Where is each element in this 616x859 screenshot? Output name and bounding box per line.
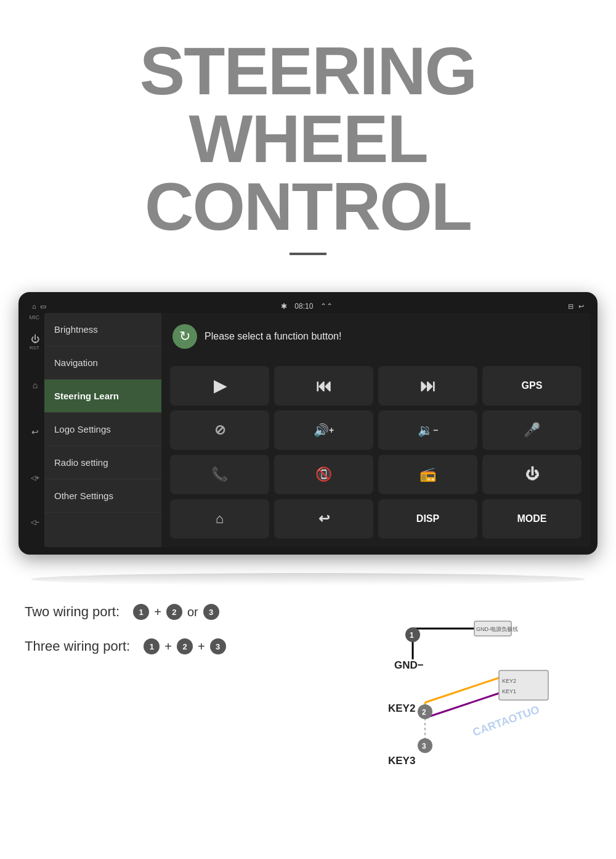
status-bar-left: ⌂ ▭ <box>32 303 46 311</box>
side-controls: MIC RST ⏻ ⌂ ↩ ◁+ ◁− <box>26 313 44 547</box>
bluetooth-icon: ✱ <box>281 302 287 311</box>
three-port-wiring: Three wiring port: 1 + 2 + 3 <box>25 638 363 654</box>
vol-down-side-btn[interactable]: ◁− <box>29 516 41 528</box>
content-header-text: Please select a function button! <box>205 331 341 342</box>
mode-button[interactable]: MODE <box>482 499 582 539</box>
mode-label: MODE <box>517 513 547 524</box>
or-text: or <box>187 605 198 619</box>
back-content-button[interactable]: ↩ <box>274 499 373 539</box>
svg-line-9 <box>425 693 499 718</box>
circle-2-two: 2 <box>166 604 182 620</box>
back-side-btn[interactable]: ↩ <box>30 425 41 439</box>
menu-item-logo-settings[interactable]: Logo Settings <box>44 413 161 446</box>
two-port-wiring: Two wiring port: 1 + 2 or 3 <box>25 604 363 620</box>
svg-line-7 <box>425 678 499 702</box>
home-side-btn[interactable]: ⌂ <box>31 378 39 392</box>
signal-icon: ⌃⌃ <box>320 302 333 311</box>
clock-display: 08:10 <box>294 302 313 311</box>
plus-3: + <box>198 640 205 654</box>
three-port-label: Three wiring port: <box>25 638 130 654</box>
back-content-icon: ↩ <box>318 511 330 527</box>
vol-up-icon: 🔊 <box>314 423 329 438</box>
screen: Brightness Navigation Steering Learn Log… <box>44 313 590 547</box>
home-icon: ⌂ <box>32 303 36 310</box>
refresh-button[interactable]: ↻ <box>172 324 197 349</box>
device-wrapper: ⌂ ▭ ✱ 08:10 ⌃⌃ ⊟ ↩ MIC RST ⏻ ⌂ ↩ ◁+ ◁− <box>18 292 598 555</box>
radio-icon: 📻 <box>419 466 436 482</box>
next-icon: ⏭ <box>420 377 436 396</box>
plus-2: + <box>164 640 172 654</box>
back-icon: ↩ <box>578 303 584 311</box>
phone-icon: 📞 <box>211 466 228 482</box>
menu-item-radio-setting[interactable]: Radio setting <box>44 446 161 479</box>
svg-text:3: 3 <box>422 742 426 751</box>
window-icon: ⊟ <box>568 303 573 311</box>
mic-button[interactable]: 🎤 <box>482 410 582 450</box>
svg-rect-11 <box>499 670 548 700</box>
menu-item-other-settings[interactable]: Other Settings <box>44 479 161 513</box>
svg-text:KEY1: KEY1 <box>502 688 516 694</box>
menu-item-brightness[interactable]: Brightness <box>44 313 161 346</box>
content-header: ↻ Please select a function button! <box>168 319 584 354</box>
main-title: STEERING WHEEL CONTROL <box>25 37 591 240</box>
circle-3-three: 3 <box>210 638 226 654</box>
info-section: Two wiring port: 1 + 2 or 3 Three wiring… <box>0 585 616 797</box>
vol-down-icon: 🔉 <box>418 423 433 438</box>
home-content-icon: ⌂ <box>216 511 224 527</box>
mic-label: MIC <box>30 314 40 320</box>
wiring-diagram: GND-电源负极线 1 GND− KEY2 KEY1 2 3 KEY2 <box>376 604 591 779</box>
disp-button[interactable]: DISP <box>378 499 477 539</box>
svg-text:1: 1 <box>410 631 414 640</box>
vol-down-button[interactable]: 🔉− <box>378 410 477 450</box>
window-icon-left: ▭ <box>40 303 46 311</box>
power-side-btn[interactable]: ⏻ <box>29 332 41 346</box>
phone-button[interactable]: 📞 <box>170 455 269 494</box>
vol-up-side-btn[interactable]: ◁+ <box>29 472 41 484</box>
power-button[interactable]: ⏻ <box>482 455 582 494</box>
screen-content: Brightness Navigation Steering Learn Log… <box>44 313 590 547</box>
circle-1-two: 1 <box>133 604 149 620</box>
home-content-button[interactable]: ⌂ <box>170 499 269 539</box>
wiring-info-left: Two wiring port: 1 + 2 or 3 Three wiring… <box>25 604 363 779</box>
menu-item-navigation[interactable]: Navigation <box>44 346 161 380</box>
prev-icon: ⏮ <box>316 377 332 396</box>
circle-1-three: 1 <box>144 638 160 654</box>
title-line2: CONTROL <box>25 173 591 240</box>
power-icon: ⏻ <box>525 466 539 482</box>
status-bar-center: ✱ 08:10 ⌃⌃ <box>281 302 333 311</box>
mic-icon: 🎤 <box>524 422 540 438</box>
menu-item-steering-learn[interactable]: Steering Learn <box>44 380 161 413</box>
circle-3-two: 3 <box>203 604 219 620</box>
circle-2-three: 2 <box>177 638 193 654</box>
button-grid: ▶ ⏮ ⏭ GPS ⊘ <box>168 364 584 541</box>
mute-button[interactable]: ⊘ <box>170 410 269 450</box>
prev-button[interactable]: ⏮ <box>274 366 373 405</box>
disp-label: DISP <box>416 513 439 524</box>
refresh-icon: ↻ <box>179 328 190 344</box>
two-port-label: Two wiring port: <box>25 604 120 620</box>
svg-text:GND-电源负极线: GND-电源负极线 <box>476 626 518 632</box>
svg-text:CARTAOTUO: CARTAOTUO <box>471 703 541 739</box>
status-bar: ⌂ ▭ ✱ 08:10 ⌃⌃ ⊟ ↩ <box>26 299 590 313</box>
svg-text:2: 2 <box>422 708 426 717</box>
radio-button[interactable]: 📻 <box>378 455 477 494</box>
hangup-icon: 📵 <box>315 466 332 482</box>
device-shadow <box>31 573 585 585</box>
hangup-button[interactable]: 📵 <box>274 455 373 494</box>
plus-1: + <box>154 605 161 619</box>
rst-label: RST <box>30 345 39 351</box>
gps-button[interactable]: GPS <box>482 366 582 405</box>
play-icon: ▶ <box>214 377 226 396</box>
next-button[interactable]: ⏭ <box>378 366 477 405</box>
title-divider <box>290 253 326 255</box>
play-button[interactable]: ▶ <box>170 366 269 405</box>
svg-text:KEY2: KEY2 <box>388 702 415 714</box>
title-line1: STEERING WHEEL <box>25 37 591 173</box>
device-body: MIC RST ⏻ ⌂ ↩ ◁+ ◁− Brightness Navigatio… <box>26 313 590 547</box>
mute-icon: ⊘ <box>214 422 225 438</box>
svg-text:KEY3: KEY3 <box>388 755 415 767</box>
status-bar-right: ⊟ ↩ <box>568 303 584 311</box>
vol-up-button[interactable]: 🔊+ <box>274 410 373 450</box>
menu-sidebar: Brightness Navigation Steering Learn Log… <box>44 313 161 547</box>
title-section: STEERING WHEEL CONTROL <box>0 0 616 292</box>
